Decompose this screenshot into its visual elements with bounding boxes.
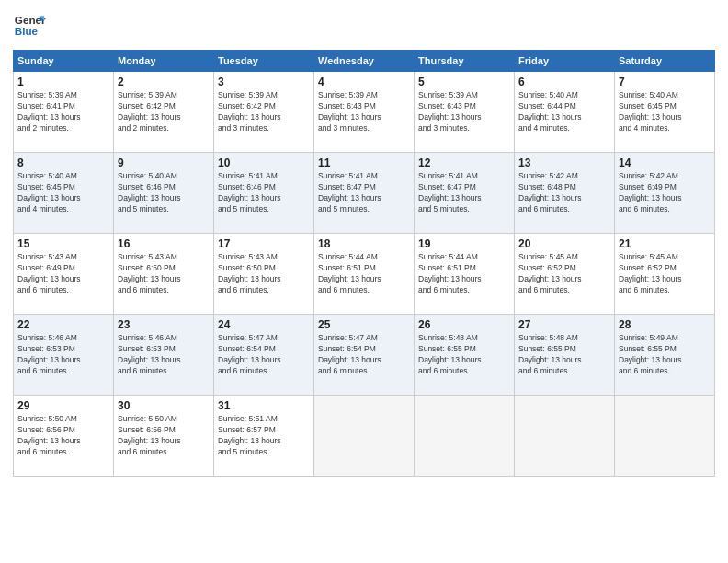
day-number: 25 bbox=[318, 318, 410, 331]
col-header-wednesday: Wednesday bbox=[314, 51, 415, 72]
day-number: 11 bbox=[318, 156, 410, 169]
calendar-cell: 18Sunrise: 5:44 AM Sunset: 6:51 PM Dayli… bbox=[314, 234, 415, 315]
calendar-cell: 31Sunrise: 5:51 AM Sunset: 6:57 PM Dayli… bbox=[214, 396, 314, 477]
day-info: Sunrise: 5:39 AM Sunset: 6:43 PM Dayligh… bbox=[318, 90, 410, 134]
day-info: Sunrise: 5:40 AM Sunset: 6:46 PM Dayligh… bbox=[118, 171, 210, 215]
calendar-cell bbox=[415, 396, 515, 477]
calendar-cell: 21Sunrise: 5:45 AM Sunset: 6:52 PM Dayli… bbox=[615, 234, 715, 315]
calendar-week-row: 22Sunrise: 5:46 AM Sunset: 6:53 PM Dayli… bbox=[14, 315, 715, 396]
col-header-sunday: Sunday bbox=[14, 51, 114, 72]
col-header-saturday: Saturday bbox=[615, 51, 715, 72]
calendar-cell: 16Sunrise: 5:43 AM Sunset: 6:50 PM Dayli… bbox=[114, 234, 214, 315]
day-info: Sunrise: 5:45 AM Sunset: 6:52 PM Dayligh… bbox=[518, 252, 610, 296]
calendar-cell: 23Sunrise: 5:46 AM Sunset: 6:53 PM Dayli… bbox=[114, 315, 214, 396]
day-number: 5 bbox=[418, 75, 510, 88]
day-info: Sunrise: 5:41 AM Sunset: 6:46 PM Dayligh… bbox=[218, 171, 310, 215]
day-info: Sunrise: 5:50 AM Sunset: 6:56 PM Dayligh… bbox=[17, 414, 109, 458]
calendar-cell: 19Sunrise: 5:44 AM Sunset: 6:51 PM Dayli… bbox=[415, 234, 515, 315]
calendar-week-row: 8Sunrise: 5:40 AM Sunset: 6:45 PM Daylig… bbox=[14, 153, 715, 234]
day-number: 22 bbox=[17, 318, 109, 331]
calendar-cell: 24Sunrise: 5:47 AM Sunset: 6:54 PM Dayli… bbox=[214, 315, 314, 396]
day-info: Sunrise: 5:44 AM Sunset: 6:51 PM Dayligh… bbox=[318, 252, 410, 296]
day-info: Sunrise: 5:49 AM Sunset: 6:55 PM Dayligh… bbox=[619, 333, 711, 377]
day-number: 3 bbox=[218, 75, 310, 88]
calendar-cell: 6Sunrise: 5:40 AM Sunset: 6:44 PM Daylig… bbox=[515, 72, 615, 153]
day-info: Sunrise: 5:47 AM Sunset: 6:54 PM Dayligh… bbox=[218, 333, 310, 377]
calendar-cell: 3Sunrise: 5:39 AM Sunset: 6:42 PM Daylig… bbox=[214, 72, 314, 153]
day-number: 29 bbox=[17, 399, 109, 412]
calendar-cell: 28Sunrise: 5:49 AM Sunset: 6:55 PM Dayli… bbox=[615, 315, 715, 396]
calendar-cell: 10Sunrise: 5:41 AM Sunset: 6:46 PM Dayli… bbox=[214, 153, 314, 234]
calendar-cell: 29Sunrise: 5:50 AM Sunset: 6:56 PM Dayli… bbox=[14, 396, 114, 477]
calendar-cell: 8Sunrise: 5:40 AM Sunset: 6:45 PM Daylig… bbox=[14, 153, 114, 234]
calendar-week-row: 29Sunrise: 5:50 AM Sunset: 6:56 PM Dayli… bbox=[14, 396, 715, 477]
day-info: Sunrise: 5:47 AM Sunset: 6:54 PM Dayligh… bbox=[318, 333, 410, 377]
day-info: Sunrise: 5:41 AM Sunset: 6:47 PM Dayligh… bbox=[418, 171, 510, 215]
day-number: 23 bbox=[118, 318, 210, 331]
calendar-cell: 1Sunrise: 5:39 AM Sunset: 6:41 PM Daylig… bbox=[14, 72, 114, 153]
day-number: 1 bbox=[17, 75, 109, 88]
day-number: 10 bbox=[218, 156, 310, 169]
day-number: 27 bbox=[518, 318, 610, 331]
day-number: 16 bbox=[118, 237, 210, 250]
calendar-cell: 14Sunrise: 5:42 AM Sunset: 6:49 PM Dayli… bbox=[615, 153, 715, 234]
calendar-cell: 27Sunrise: 5:48 AM Sunset: 6:55 PM Dayli… bbox=[515, 315, 615, 396]
calendar-cell: 13Sunrise: 5:42 AM Sunset: 6:48 PM Dayli… bbox=[515, 153, 615, 234]
col-header-monday: Monday bbox=[114, 51, 214, 72]
calendar-week-row: 1Sunrise: 5:39 AM Sunset: 6:41 PM Daylig… bbox=[14, 72, 715, 153]
day-number: 21 bbox=[619, 237, 711, 250]
calendar-week-row: 15Sunrise: 5:43 AM Sunset: 6:49 PM Dayli… bbox=[14, 234, 715, 315]
day-number: 20 bbox=[518, 237, 610, 250]
col-header-thursday: Thursday bbox=[415, 51, 515, 72]
day-info: Sunrise: 5:50 AM Sunset: 6:56 PM Dayligh… bbox=[118, 414, 210, 458]
day-info: Sunrise: 5:43 AM Sunset: 6:50 PM Dayligh… bbox=[218, 252, 310, 296]
day-info: Sunrise: 5:42 AM Sunset: 6:48 PM Dayligh… bbox=[518, 171, 610, 215]
day-number: 7 bbox=[619, 75, 711, 88]
header: General Blue bbox=[13, 9, 715, 42]
day-number: 19 bbox=[418, 237, 510, 250]
day-number: 9 bbox=[118, 156, 210, 169]
calendar-cell: 26Sunrise: 5:48 AM Sunset: 6:55 PM Dayli… bbox=[415, 315, 515, 396]
day-number: 18 bbox=[318, 237, 410, 250]
logo-icon: General Blue bbox=[13, 9, 46, 42]
day-info: Sunrise: 5:42 AM Sunset: 6:49 PM Dayligh… bbox=[619, 171, 711, 215]
day-info: Sunrise: 5:43 AM Sunset: 6:50 PM Dayligh… bbox=[118, 252, 210, 296]
day-number: 6 bbox=[518, 75, 610, 88]
calendar-cell: 9Sunrise: 5:40 AM Sunset: 6:46 PM Daylig… bbox=[114, 153, 214, 234]
day-info: Sunrise: 5:51 AM Sunset: 6:57 PM Dayligh… bbox=[218, 414, 310, 458]
calendar-cell: 11Sunrise: 5:41 AM Sunset: 6:47 PM Dayli… bbox=[314, 153, 415, 234]
calendar-cell: 5Sunrise: 5:39 AM Sunset: 6:43 PM Daylig… bbox=[415, 72, 515, 153]
calendar-cell bbox=[314, 396, 415, 477]
page-container: General Blue SundayMondayTuesdayWednesda… bbox=[0, 0, 728, 486]
day-info: Sunrise: 5:46 AM Sunset: 6:53 PM Dayligh… bbox=[118, 333, 210, 377]
svg-text:Blue: Blue bbox=[15, 25, 39, 37]
calendar-cell: 2Sunrise: 5:39 AM Sunset: 6:42 PM Daylig… bbox=[114, 72, 214, 153]
day-number: 26 bbox=[418, 318, 510, 331]
calendar-cell: 17Sunrise: 5:43 AM Sunset: 6:50 PM Dayli… bbox=[214, 234, 314, 315]
calendar-cell: 22Sunrise: 5:46 AM Sunset: 6:53 PM Dayli… bbox=[14, 315, 114, 396]
calendar-cell: 25Sunrise: 5:47 AM Sunset: 6:54 PM Dayli… bbox=[314, 315, 415, 396]
day-info: Sunrise: 5:41 AM Sunset: 6:47 PM Dayligh… bbox=[318, 171, 410, 215]
day-number: 14 bbox=[619, 156, 711, 169]
day-number: 30 bbox=[118, 399, 210, 412]
calendar-cell bbox=[615, 396, 715, 477]
day-number: 28 bbox=[619, 318, 711, 331]
day-number: 24 bbox=[218, 318, 310, 331]
calendar-header-row: SundayMondayTuesdayWednesdayThursdayFrid… bbox=[14, 51, 715, 72]
day-info: Sunrise: 5:39 AM Sunset: 6:41 PM Dayligh… bbox=[17, 90, 109, 134]
day-info: Sunrise: 5:48 AM Sunset: 6:55 PM Dayligh… bbox=[418, 333, 510, 377]
calendar-cell: 30Sunrise: 5:50 AM Sunset: 6:56 PM Dayli… bbox=[114, 396, 214, 477]
day-number: 12 bbox=[418, 156, 510, 169]
col-header-friday: Friday bbox=[515, 51, 615, 72]
day-info: Sunrise: 5:39 AM Sunset: 6:42 PM Dayligh… bbox=[118, 90, 210, 134]
day-number: 8 bbox=[17, 156, 109, 169]
day-info: Sunrise: 5:46 AM Sunset: 6:53 PM Dayligh… bbox=[17, 333, 109, 377]
day-number: 15 bbox=[17, 237, 109, 250]
calendar-cell: 4Sunrise: 5:39 AM Sunset: 6:43 PM Daylig… bbox=[314, 72, 415, 153]
day-info: Sunrise: 5:40 AM Sunset: 6:44 PM Dayligh… bbox=[518, 90, 610, 134]
day-number: 2 bbox=[118, 75, 210, 88]
calendar-cell: 12Sunrise: 5:41 AM Sunset: 6:47 PM Dayli… bbox=[415, 153, 515, 234]
day-info: Sunrise: 5:39 AM Sunset: 6:43 PM Dayligh… bbox=[418, 90, 510, 134]
day-number: 31 bbox=[218, 399, 310, 412]
day-info: Sunrise: 5:48 AM Sunset: 6:55 PM Dayligh… bbox=[518, 333, 610, 377]
